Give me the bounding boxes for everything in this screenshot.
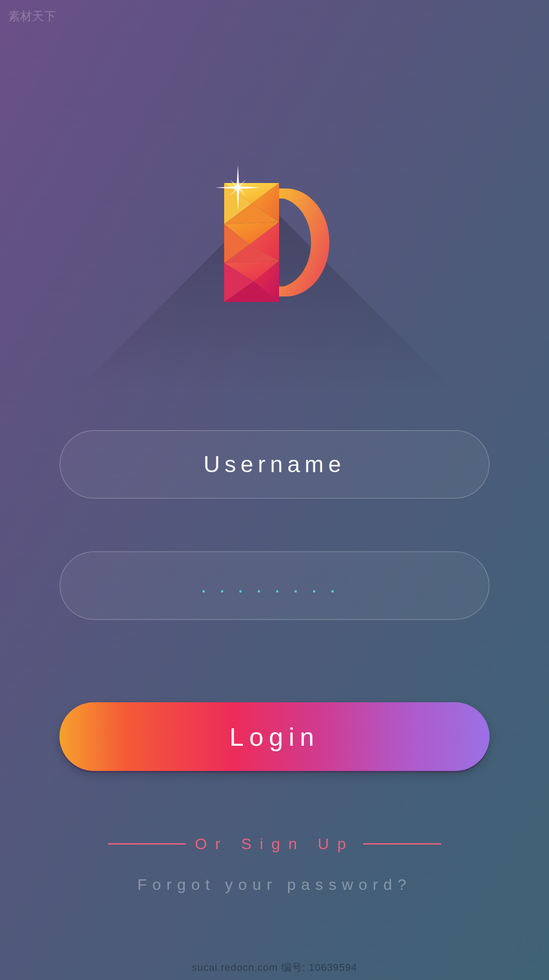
divider-left <box>108 843 186 845</box>
watermark-bottom: sucai.redocn.com 编号: 10639594 <box>192 961 357 975</box>
signup-link[interactable]: Or Sign Up <box>108 835 441 853</box>
signup-label: Or Sign Up <box>195 835 354 853</box>
login-button[interactable]: Login <box>59 702 490 771</box>
watermark-top: 素材天下 <box>8 8 56 24</box>
divider-right <box>363 843 441 845</box>
forgot-password-link[interactable]: Forgot your password? <box>137 876 412 894</box>
app-logo <box>206 174 343 311</box>
